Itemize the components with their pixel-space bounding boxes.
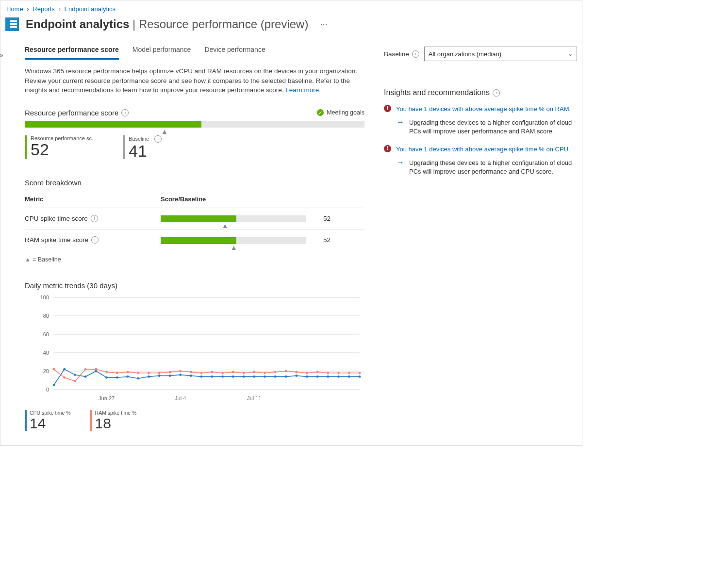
status-text: Meeting goals (327, 109, 364, 116)
svg-point-17 (74, 374, 76, 376)
svg-point-46 (63, 376, 66, 378)
svg-point-59 (200, 372, 203, 374)
baseline-label: Baseline (384, 50, 419, 58)
kpi-cpu-spike: CPU spike time % 14 (25, 410, 71, 431)
svg-point-16 (63, 368, 66, 370)
svg-point-43 (348, 375, 350, 378)
kpi-ram-spike: RAM spike time % 18 (90, 410, 137, 431)
svg-point-18 (84, 375, 87, 378)
breadcrumb-home[interactable]: Home (6, 5, 23, 13)
svg-point-44 (359, 375, 361, 378)
svg-text:Jul 11: Jul 11 (247, 395, 261, 401)
info-icon[interactable] (121, 109, 129, 116)
svg-point-74 (359, 372, 361, 374)
arrow-right-icon: → (397, 159, 404, 176)
svg-point-56 (169, 371, 171, 373)
svg-point-45 (53, 368, 55, 370)
svg-point-52 (127, 371, 129, 373)
svg-text:80: 80 (43, 313, 49, 319)
description: Windows 365 resource performance helps o… (25, 60, 364, 95)
col-metric: Metric (25, 191, 161, 208)
alert-icon: ! (384, 105, 391, 112)
check-icon: ✓ (317, 109, 324, 116)
svg-point-63 (243, 372, 245, 374)
baseline-select[interactable]: All organizations (median) ⌄ (424, 47, 577, 61)
svg-point-61 (221, 372, 224, 374)
svg-point-30 (211, 375, 213, 378)
info-icon[interactable] (493, 89, 500, 97)
info-icon[interactable] (91, 236, 99, 244)
svg-point-66 (274, 371, 277, 373)
svg-point-73 (348, 372, 350, 374)
svg-point-27 (179, 374, 182, 376)
breadcrumb: Home › Reports › Endpoint analytics (5, 3, 577, 15)
svg-text:40: 40 (43, 350, 49, 356)
info-icon[interactable] (91, 215, 98, 222)
breakdown-table: Metric Score/Baseline CPU spike time sco… (25, 191, 364, 251)
insights-header: Insights and recommendations (384, 88, 490, 97)
svg-text:60: 60 (43, 331, 49, 337)
svg-text:0: 0 (46, 387, 49, 392)
metric-name: RAM spike time score (25, 236, 88, 244)
insight-link[interactable]: You have 1 devices with above average sp… (396, 145, 570, 154)
expand-icon[interactable]: » (0, 51, 3, 59)
svg-point-57 (179, 370, 182, 372)
baseline-legend: ▲ = Baseline (25, 251, 364, 263)
insight-detail: Upgrading these devices to a higher conf… (409, 159, 577, 176)
svg-point-20 (105, 376, 108, 378)
svg-point-40 (316, 375, 319, 378)
insight-item: !You have 1 devices with above average s… (384, 99, 577, 139)
svg-text:Jul 4: Jul 4 (175, 395, 186, 401)
svg-text:20: 20 (43, 368, 49, 374)
insight-link[interactable]: You have 1 devices with above average sp… (396, 105, 571, 114)
kpi-baseline: Baseline 41 (123, 135, 192, 159)
svg-point-51 (116, 372, 118, 374)
breadcrumb-reports[interactable]: Reports (33, 5, 55, 13)
insight-item: !You have 1 devices with above average s… (384, 139, 577, 179)
tabs: Resource performance score Model perform… (25, 43, 364, 60)
svg-point-25 (158, 374, 161, 377)
svg-point-53 (137, 372, 139, 374)
baseline-marker-icon: ▲ (231, 244, 237, 251)
tab-resource-performance-score[interactable]: Resource performance score (25, 43, 119, 60)
svg-point-35 (264, 375, 266, 378)
col-score: Score/Baseline (161, 191, 364, 208)
svg-point-29 (200, 375, 203, 378)
svg-point-32 (232, 375, 234, 378)
kpi-score: Resource performance sc... 52 (25, 135, 94, 159)
learn-more-link[interactable]: Learn more. (285, 86, 321, 94)
svg-point-64 (253, 371, 255, 373)
info-icon[interactable] (412, 50, 419, 58)
svg-point-47 (74, 380, 76, 382)
metric-score: 52 (306, 215, 331, 222)
svg-point-39 (306, 375, 308, 378)
tab-model-performance[interactable]: Model performance (132, 43, 191, 59)
svg-point-49 (95, 368, 97, 370)
more-icon[interactable]: ··· (315, 19, 327, 30)
svg-point-33 (243, 375, 245, 378)
metric-bar: ▲ (161, 215, 306, 222)
trends-header: Daily metric trends (30 days) (25, 263, 364, 293)
breadcrumb-endpoint-analytics[interactable]: Endpoint analytics (64, 5, 116, 13)
endpoint-analytics-icon (5, 17, 19, 31)
arrow-right-icon: → (397, 118, 404, 136)
svg-point-69 (306, 372, 308, 374)
chevron-right-icon: › (25, 5, 31, 13)
info-icon[interactable] (154, 135, 162, 143)
svg-point-24 (148, 375, 150, 378)
baseline-marker-icon: ▲ (222, 222, 228, 229)
svg-point-50 (105, 371, 108, 373)
chevron-right-icon: › (56, 5, 62, 13)
tab-device-performance[interactable]: Device performance (204, 43, 265, 59)
svg-point-23 (137, 377, 139, 379)
table-row: CPU spike time score ▲52 (25, 208, 364, 229)
metric-name: CPU spike time score (25, 215, 88, 222)
svg-point-36 (274, 375, 277, 378)
svg-point-28 (190, 374, 192, 377)
svg-point-65 (264, 372, 266, 374)
svg-point-41 (327, 375, 329, 378)
breakdown-header: Score breakdown (25, 159, 364, 191)
page-title: Endpoint analytics | Resource performanc… (26, 17, 308, 31)
svg-point-37 (285, 375, 287, 378)
svg-point-58 (190, 371, 192, 373)
